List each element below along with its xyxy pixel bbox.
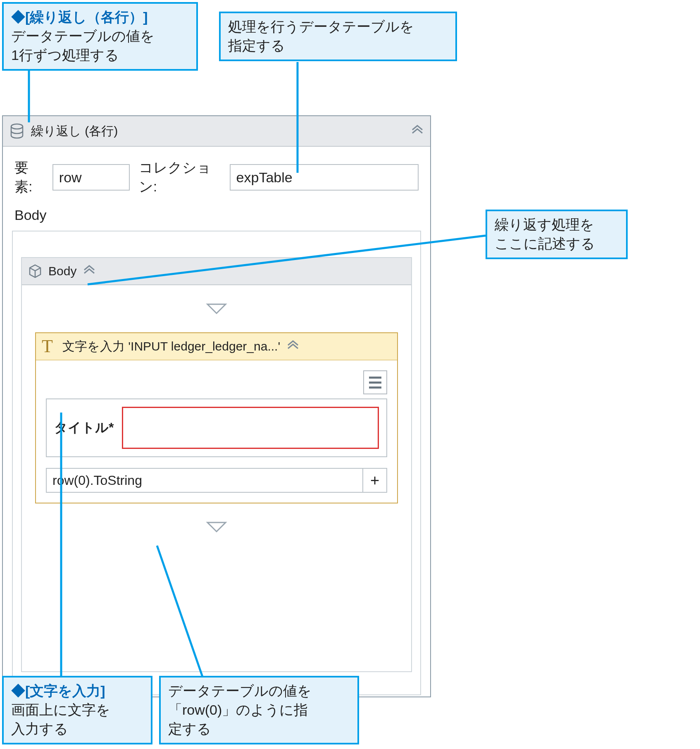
sequence-body[interactable]: Body T 文字を入力 'INPUT ledger_ledger_na...' (21, 257, 412, 672)
drop-indicator-icon[interactable] (206, 302, 227, 316)
collection-label: コレクション: (139, 158, 221, 196)
element-input[interactable]: row (52, 164, 130, 191)
sequence-header[interactable]: Body (22, 258, 411, 285)
callout-typeinto: ◆[文字を入力] 画面上に文字を 入力する (2, 676, 152, 744)
collection-input[interactable]: expTable (230, 164, 419, 191)
foreach-title: 繰り返し (各行) (31, 123, 405, 140)
sequence-icon (28, 264, 43, 279)
callout-datatable-l2: 指定する (228, 38, 285, 53)
type-into-icon: T (42, 337, 57, 355)
callout-bodydesc-l1: 繰り返す処理を (495, 217, 594, 232)
callout-rowexpr-l3: 定する (168, 721, 211, 737)
options-menu-icon[interactable] (363, 370, 387, 394)
plus-icon: + (370, 472, 379, 489)
text-expression-value: row(0).ToString (52, 473, 142, 488)
callout-typeinto-l2: 入力する (11, 721, 68, 737)
body-label: Body (3, 196, 430, 223)
svg-point-5 (11, 124, 23, 129)
element-value: row (59, 169, 82, 186)
target-element-highlight[interactable] (122, 407, 379, 449)
selector-target[interactable]: タイトル* (46, 398, 387, 457)
element-label: 要素: (14, 158, 43, 196)
type-into-title: 文字を入力 'INPUT ledger_ledger_na...' (62, 338, 280, 355)
callout-datatable-l1: 処理を行うデータテーブルを (228, 19, 414, 34)
foreach-properties: 要素: row コレクション: expTable (3, 147, 430, 196)
collapse-icon[interactable] (410, 124, 424, 138)
datatable-icon (9, 123, 25, 139)
callout-foreach-l2: 1行ずつ処理する (11, 47, 119, 63)
text-expression-input[interactable]: row(0).ToString (46, 468, 363, 493)
callout-rowexpr-l1: データテーブルの値を (168, 683, 312, 699)
callout-rowexpr-l2: 「row(0)」のように指 (168, 702, 308, 718)
callout-typeinto-lead: ◆[文字を入力] (11, 683, 105, 699)
sequence-title: Body (48, 264, 76, 278)
callout-foreach: ◆[繰り返し（各行）] データテーブルの値を 1行ずつ処理する (2, 2, 198, 71)
type-into-activity[interactable]: T 文字を入力 'INPUT ledger_ledger_na...' タイトル… (35, 332, 398, 503)
foreach-activity[interactable]: 繰り返し (各行) 要素: row コレクション: expTable Body … (2, 115, 431, 697)
sequence-collapse-icon[interactable] (82, 264, 96, 278)
callout-foreach-l1: データテーブルの値を (11, 28, 155, 44)
type-into-header[interactable]: T 文字を入力 'INPUT ledger_ledger_na...' (36, 333, 397, 360)
callout-typeinto-l1: 画面上に文字を (11, 702, 110, 718)
type-into-body: タイトル* row(0).ToString + (36, 360, 397, 503)
expression-add-button[interactable]: + (363, 468, 387, 493)
callout-datatable: 処理を行うデータテーブルを 指定する (219, 12, 457, 61)
drop-indicator-icon-2[interactable] (206, 520, 227, 534)
body-area[interactable]: Body T 文字を入力 'INPUT ledger_ledger_na...' (12, 231, 421, 695)
callout-foreach-lead: ◆[繰り返し（各行）] (11, 9, 148, 25)
foreach-header[interactable]: 繰り返し (各行) (3, 116, 430, 147)
callout-bodydesc-l2: ここに記述する (495, 236, 595, 251)
target-field-label: タイトル* (54, 419, 114, 437)
callout-rowexpr: データテーブルの値を 「row(0)」のように指 定する (159, 676, 359, 744)
collection-value: expTable (236, 169, 293, 186)
type-into-collapse-icon[interactable] (286, 339, 300, 353)
callout-bodydesc: 繰り返す処理を ここに記述する (486, 210, 628, 259)
